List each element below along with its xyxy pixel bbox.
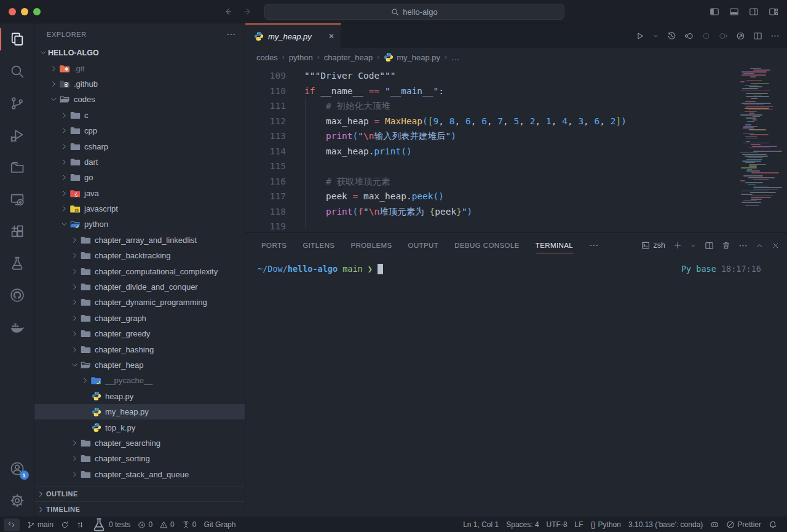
activity-docker-icon[interactable] — [0, 311, 34, 343]
statusbar-copilot[interactable] — [706, 518, 722, 531]
statusbar-indentation[interactable]: Spaces: 4 — [502, 518, 542, 531]
tree-item--github[interactable]: .github — [34, 76, 245, 92]
breadcrumb-item[interactable]: python — [289, 53, 313, 62]
code-editor[interactable]: 109"""Driver Code"""110if __name__ == "_… — [245, 66, 787, 232]
statusbar-git-sync[interactable] — [57, 518, 73, 531]
minimap[interactable] — [740, 66, 780, 209]
panel-tab-terminal[interactable]: TERMINAL — [536, 233, 573, 258]
layout-sidebar-icon[interactable] — [710, 7, 719, 17]
breadcrumb-item[interactable]: chapter_heap — [324, 53, 373, 62]
tree-item-chapter-heap[interactable]: chapter_heap — [34, 357, 245, 373]
panel-tabs-more-icon[interactable]: ⋯ — [589, 240, 599, 251]
activity-source-control-icon[interactable] — [0, 87, 34, 119]
activity-accounts-icon[interactable]: 1 — [0, 453, 34, 485]
statusbar-git-branch[interactable]: main — [23, 518, 57, 531]
activity-explorer-icon[interactable] — [0, 23, 34, 55]
history-icon[interactable] — [667, 31, 676, 41]
panel-tab-gitlens[interactable]: GITLENS — [303, 233, 334, 258]
chevdown-icon[interactable] — [690, 242, 697, 249]
statusbar-python-interpreter[interactable]: 3.10.13 ('base': conda) — [625, 518, 706, 531]
statusbar-tests[interactable]: 0 tests — [88, 518, 134, 531]
activity-github-icon[interactable] — [0, 279, 34, 311]
tree-item-chapter-array-and-linkedlist[interactable]: chapter_array_and_linkedlist — [34, 232, 245, 248]
tree-item-chapter-graph[interactable]: chapter_graph — [34, 311, 245, 326]
circle-icon[interactable] — [702, 31, 711, 41]
close-window-button[interactable] — [9, 8, 16, 15]
activity-extensions-icon[interactable] — [0, 215, 34, 247]
breadcrumb-item[interactable]: codes — [256, 53, 278, 62]
terminal-instance-zsh[interactable]: zsh — [641, 241, 665, 250]
split-icon[interactable] — [705, 241, 714, 250]
tree-item-chapter-backtracking[interactable]: chapter_backtracking — [34, 248, 245, 263]
close-x-icon[interactable] — [772, 242, 780, 250]
command-center-search[interactable]: hello-algo — [264, 4, 564, 20]
tree-item-chapter-computational-complexity[interactable]: chapter_computational_complexity — [34, 263, 245, 279]
statusbar-gitlens-compare[interactable] — [73, 518, 88, 531]
tree-item-chapter-searching[interactable]: chapter_searching — [34, 435, 245, 451]
plus-icon[interactable] — [673, 241, 682, 250]
activity-testing-icon[interactable] — [0, 247, 34, 279]
breadcrumb-item[interactable]: … — [451, 53, 459, 62]
explorer-more-actions-icon[interactable]: ⋯ — [226, 29, 236, 40]
tree-item-csharp[interactable]: csharp — [34, 138, 245, 154]
statusbar-remote-indicator[interactable] — [4, 518, 20, 531]
ellipsis-icon[interactable] — [738, 241, 748, 250]
tree-item-chapter-divide-and-conquer[interactable]: chapter_divide_and_conquer — [34, 279, 245, 295]
breadcrumb-item[interactable]: my_heap.py — [384, 52, 440, 62]
panel-tab-output[interactable]: OUTPUT — [408, 233, 439, 258]
statusbar-eol[interactable]: LF — [571, 518, 587, 531]
tree-item-dart[interactable]: dart — [34, 154, 245, 170]
circle-arrow-up-icon[interactable] — [736, 31, 745, 41]
tree-item-cpp[interactable]: cpp — [34, 123, 245, 138]
tree-item-c[interactable]: c — [34, 108, 245, 123]
layout-panel-icon[interactable] — [729, 7, 739, 17]
tree-item-chapter-hashing[interactable]: chapter_hashing — [34, 341, 245, 357]
ellipsis-icon[interactable] — [770, 31, 780, 41]
activity-search-icon[interactable] — [0, 55, 34, 87]
tree-item-top-k-py[interactable]: top_k.py — [34, 419, 245, 435]
play-icon[interactable] — [635, 31, 644, 41]
section-outline[interactable]: OUTLINE — [34, 486, 245, 501]
tree-item-hello-algo[interactable]: HELLO-ALGO — [34, 45, 245, 60]
tree-item-python[interactable]: python — [34, 216, 245, 232]
statusbar-errors[interactable]: 0 — [134, 518, 156, 531]
circle-arrow-right-icon[interactable] — [719, 31, 728, 41]
tree-item-go[interactable]: go — [34, 170, 245, 185]
tree-item-chapter-sorting[interactable]: chapter_sorting — [34, 451, 245, 466]
terminal[interactable]: ~/Dow/hello-algo main ❯ Py base 18:17:16 — [245, 258, 787, 517]
statusbar-cursor-position[interactable]: Ln 1, Col 1 — [459, 518, 502, 531]
layout-sidebar-right-icon[interactable] — [749, 7, 759, 17]
activity-project-folder-icon[interactable] — [0, 151, 34, 183]
statusbar-prettier[interactable]: Prettier — [722, 518, 765, 531]
activity-settings-icon[interactable] — [0, 485, 34, 517]
tree-item-chapter-stack-and-queue[interactable]: chapter_stack_and_queue — [34, 467, 245, 482]
caret-up-icon[interactable] — [756, 242, 764, 250]
circle-arrow-left-icon[interactable] — [684, 31, 694, 41]
tab-close-icon[interactable]: ✕ — [328, 32, 334, 41]
tree-item--pycache-[interactable]: __pycache__ — [34, 373, 245, 388]
zoom-window-button[interactable] — [33, 8, 41, 15]
tree-item-chapter-greedy[interactable]: chapter_greedy — [34, 326, 245, 341]
statusbar-warnings[interactable]: 0 — [156, 518, 178, 531]
statusbar-git-graph[interactable]: Git Graph — [200, 518, 239, 531]
tree-item-my-heap-py[interactable]: my_heap.py — [34, 404, 245, 419]
chevdown-sm-icon[interactable] — [652, 33, 659, 39]
back-icon[interactable] — [223, 7, 232, 17]
minimize-window-button[interactable] — [21, 8, 28, 15]
section-timeline[interactable]: TIMELINE — [34, 501, 245, 517]
tree-item-java[interactable]: java — [34, 186, 245, 201]
statusbar-notifications[interactable] — [765, 518, 781, 531]
trash-icon[interactable] — [722, 241, 730, 250]
statusbar-encoding[interactable]: UTF-8 — [543, 518, 571, 531]
panel-tab-debug-console[interactable]: DEBUG CONSOLE — [454, 233, 520, 258]
panel-tab-problems[interactable]: PROBLEMS — [350, 233, 392, 258]
tree-item-javascript[interactable]: JSjavascript — [34, 201, 245, 216]
panel-tab-ports[interactable]: PORTS — [261, 233, 287, 258]
layout-customize-icon[interactable] — [769, 7, 778, 17]
tree-item-codes[interactable]: codes — [34, 92, 245, 107]
tree-item--git[interactable]: .git — [34, 60, 245, 76]
tree-item-chapter-dynamic-programming[interactable]: chapter_dynamic_programming — [34, 295, 245, 310]
tab-my-heap[interactable]: my_heap.py ✕ — [245, 23, 341, 48]
activity-remote-explorer-icon[interactable] — [0, 183, 34, 215]
activity-run-debug-icon[interactable] — [0, 119, 34, 151]
